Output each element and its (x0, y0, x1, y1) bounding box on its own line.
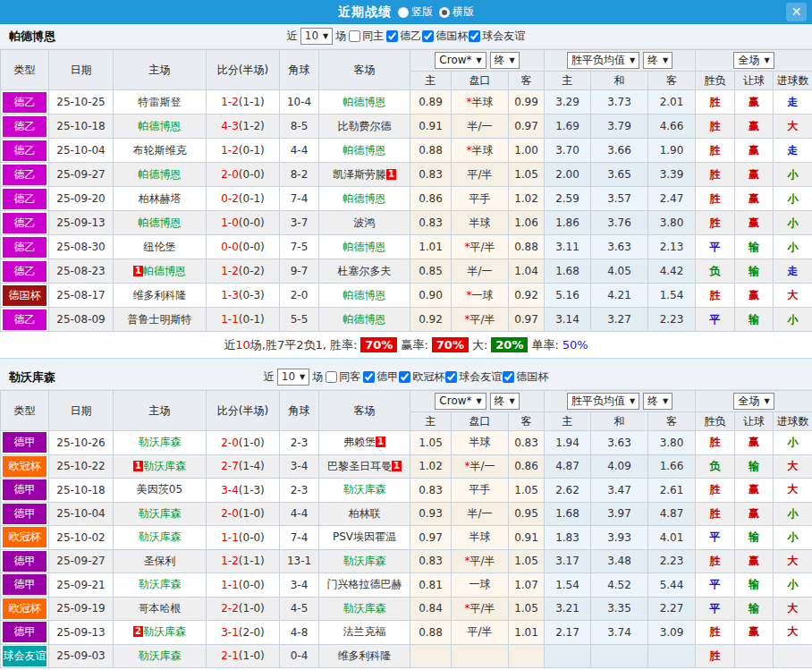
league-filter[interactable]: 球会友谊 (445, 369, 502, 385)
match-count-select[interactable]: 10▼ (300, 28, 333, 45)
draw-odds: 3.48 (591, 549, 648, 573)
league-badge: 德乙 (1, 187, 49, 211)
crow-away-odds: 1.04 (509, 259, 545, 284)
league-label: 球会友谊 (459, 369, 502, 385)
avg-odds-select[interactable]: 胜平负均值▼ (567, 393, 639, 410)
league-checkbox[interactable] (503, 371, 514, 383)
result: 负 (696, 454, 735, 479)
home-team: 帕德博恩 (114, 211, 207, 235)
score: 1-1(0-1) (207, 308, 280, 332)
league-checkbox[interactable] (399, 371, 410, 383)
league-checkbox[interactable] (422, 30, 434, 42)
radio-icon[interactable] (398, 7, 409, 18)
layout-radio-horizontal[interactable]: 横版 (439, 4, 474, 20)
draw-odds: 3.73 (591, 90, 648, 114)
draw-odds: 3.66 (591, 139, 648, 163)
league-filter[interactable]: 球会友谊 (469, 29, 525, 44)
section-divider (0, 358, 812, 365)
league-badge: 德乙 (1, 163, 49, 187)
match-row: 德国杯25-08-17维多利科隆1-3(0-3)2-0帕德博恩0.90*一球0.… (1, 284, 812, 308)
league-filter[interactable]: 德国杯 (422, 29, 468, 44)
col-header-score: 比分(半场) (207, 391, 280, 431)
score: 1-0(0-0) (207, 211, 280, 235)
win-odds: 2.17 (545, 621, 591, 645)
match-row: 德乙25-10-04布轮斯维克1-2(0-1)4-4帕德博恩0.88*半球1.0… (1, 139, 812, 163)
handicap-result: 赢 (735, 284, 774, 308)
league-checkbox[interactable] (445, 371, 457, 383)
scope-select[interactable]: 全场▼ (733, 52, 774, 69)
league-checkbox[interactable] (363, 371, 375, 383)
away-team: 勒沃库森 (319, 479, 410, 503)
same-venue-filter[interactable]: 同主 (349, 29, 384, 44)
bookmaker-select[interactable]: Crow*▼ (435, 393, 486, 410)
col-header-type: 类型 (1, 391, 49, 431)
team-label: 勒沃库森 (343, 555, 386, 567)
home-team: 普鲁士明斯特 (114, 308, 207, 332)
away-team: 帕德博恩 (319, 139, 410, 163)
result: 胜 (696, 431, 735, 455)
scope-select[interactable]: 全场▼ (733, 393, 774, 410)
team-label: 比勒费尔德 (338, 120, 392, 132)
draw-odds: 3.74 (591, 621, 648, 645)
handicap-result: 输 (735, 526, 774, 550)
league-checkbox[interactable] (469, 30, 480, 42)
away-team: 弗赖堡1 (319, 431, 410, 455)
match-date: 25-10-04 (49, 502, 114, 526)
close-icon[interactable]: ✕ (786, 3, 807, 21)
corners: 2-3 (280, 431, 319, 455)
sub-header-handicap: 盘口 (452, 412, 509, 431)
match-date: 25-08-30 (49, 235, 114, 259)
final-avg-select[interactable]: 终▼ (643, 52, 672, 69)
final-avg-select[interactable]: 终▼ (643, 393, 672, 410)
result: 胜 (696, 621, 735, 645)
match-date: 25-09-13 (49, 211, 114, 235)
league-badge: 德乙 (1, 90, 49, 114)
match-count-select[interactable]: 10▼ (277, 369, 309, 386)
same-venue-checkbox[interactable] (349, 30, 360, 42)
league-badge: 德甲 (1, 502, 49, 526)
league-filter[interactable]: 欧冠杯 (399, 369, 444, 385)
same-venue-filter[interactable]: 同客 (326, 369, 360, 385)
draw-odds: 3.65 (591, 163, 648, 187)
radio-selected-icon[interactable] (439, 7, 450, 18)
card-badge: 1 (376, 437, 385, 447)
corners: 8-2 (280, 163, 319, 187)
league-filter[interactable]: 德国杯 (503, 369, 548, 385)
same-venue-checkbox[interactable] (326, 371, 337, 383)
match-date: 25-10-22 (49, 454, 114, 479)
sub-header-handicap-result: 让球 (735, 412, 774, 431)
col-header-corner: 角球 (280, 391, 319, 431)
league-filter[interactable]: 德乙 (386, 29, 421, 44)
win-odds: 1.83 (545, 526, 591, 550)
league-filter[interactable]: 德甲 (363, 369, 398, 385)
win-odds: 2.62 (545, 479, 591, 503)
sub-header-away-odds: 客 (509, 72, 545, 90)
corners: 9-7 (280, 259, 319, 284)
col-header-away: 客场 (319, 50, 410, 90)
bookmaker-select[interactable]: Crow*▼ (435, 52, 486, 69)
lose-odds: 1.54 (648, 284, 696, 308)
league-filter-group: 德乙德国杯球会友谊 (386, 29, 525, 44)
crow-home-odds: 0.83 (410, 549, 452, 573)
corners: 4-4 (280, 502, 319, 526)
layout-radio-vertical[interactable]: 竖版 (398, 4, 433, 20)
record-summary: 近10场,胜7平2负1, 胜率: 70% 赢率: 70% 大: 20% 单率: … (0, 332, 812, 358)
final-odds-select[interactable]: 终▼ (490, 52, 520, 69)
goals-verdict: 小 (774, 431, 812, 455)
draw-odds: 4.21 (591, 284, 648, 308)
crow-home-odds: 0.93 (410, 502, 452, 526)
team-label: 门兴格拉德巴赫 (327, 578, 402, 590)
score: 2-0(1-0) (207, 431, 280, 455)
final-odds-select[interactable]: 终▼ (490, 393, 520, 410)
league-badge: 欧冠杯 (1, 454, 49, 479)
lose-odds: 2.61 (648, 479, 696, 503)
goals-verdict: 小 (774, 526, 812, 550)
league-checkbox[interactable] (386, 30, 398, 42)
crow-away-odds (509, 644, 545, 668)
avg-odds-select[interactable]: 胜平负均值▼ (567, 52, 639, 69)
handicap: *半球 (452, 139, 509, 163)
sub-header-result: 胜负 (696, 72, 735, 90)
away-team: 帕德博恩 (319, 90, 410, 114)
lose-odds: 1.66 (648, 454, 696, 479)
match-row: 德甲25-09-132勒沃库森3-1(2-0)4-8法兰克福0.88平/半1.0… (1, 621, 812, 645)
